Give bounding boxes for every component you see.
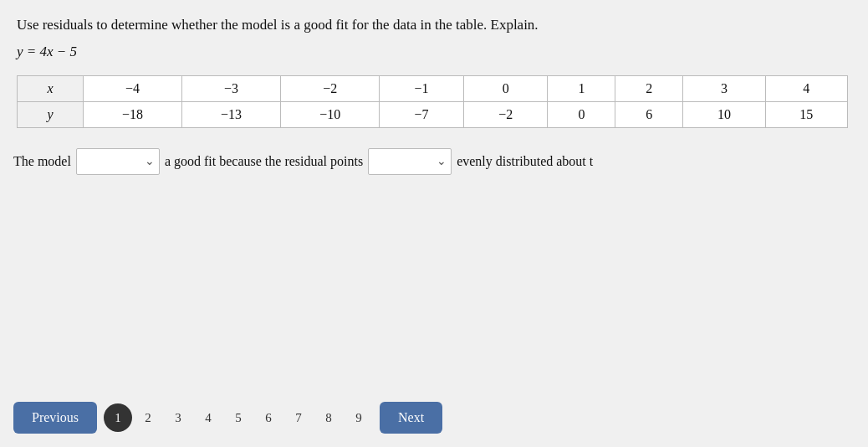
page-3[interactable]: 3 — [164, 403, 192, 432]
page-6[interactable]: 6 — [254, 403, 283, 432]
page-7[interactable]: 7 — [284, 403, 313, 432]
dropdown2-wrapper[interactable]: are are not — [368, 148, 452, 175]
y-val-7: 6 — [615, 101, 683, 127]
page-container: Use residuals to determine whether the m… — [0, 0, 868, 447]
data-table: x −4 −3 −2 −1 0 1 2 3 4 y −18 −13 −10 −7… — [17, 75, 848, 128]
question-instruction: Use residuals to determine whether the m… — [13, 15, 848, 35]
answer-middle: a good fit because the residual points — [165, 154, 363, 169]
y-val-4: −7 — [380, 101, 464, 127]
answer-suffix: evenly distributed about t — [457, 154, 593, 169]
x-val-3: −2 — [281, 75, 380, 101]
x-val-5: 0 — [463, 75, 548, 101]
y-val-1: −18 — [83, 101, 181, 127]
y-val-8: 10 — [683, 101, 765, 127]
answer-row: The model is is not a good fit because t… — [13, 148, 848, 175]
table-row-x: x −4 −3 −2 −1 0 1 2 3 4 — [18, 75, 848, 101]
x-val-7: 2 — [615, 75, 683, 101]
pagination: Previous 1 2 3 4 5 6 7 8 9 Next — [0, 402, 868, 434]
dropdown1-wrapper[interactable]: is is not — [76, 148, 160, 175]
y-label: y — [18, 101, 84, 127]
table-row-y: y −18 −13 −10 −7 −2 0 6 10 15 — [18, 101, 848, 127]
page-4[interactable]: 4 — [194, 403, 222, 432]
y-val-3: −10 — [281, 101, 380, 127]
page-8[interactable]: 8 — [314, 403, 343, 432]
answer-prefix: The model — [13, 154, 71, 169]
page-2[interactable]: 2 — [134, 403, 162, 432]
x-val-4: −1 — [380, 75, 464, 101]
y-val-2: −13 — [182, 101, 281, 127]
x-label: x — [18, 75, 84, 101]
x-val-2: −3 — [182, 75, 281, 101]
page-numbers-group: 1 2 3 4 5 6 7 8 9 — [104, 403, 373, 432]
y-val-6: 0 — [548, 101, 615, 127]
y-val-5: −2 — [463, 101, 548, 127]
model-fit-dropdown[interactable]: is is not — [76, 148, 160, 175]
previous-button[interactable]: Previous — [13, 402, 97, 434]
y-val-9: 15 — [765, 101, 847, 127]
equation: y = 4x − 5 — [13, 44, 848, 60]
x-val-1: −4 — [83, 75, 181, 101]
next-button[interactable]: Next — [380, 402, 442, 434]
page-5[interactable]: 5 — [224, 403, 253, 432]
x-val-9: 4 — [765, 75, 847, 101]
page-1[interactable]: 1 — [104, 403, 132, 432]
page-9[interactable]: 9 — [345, 403, 373, 432]
x-val-8: 3 — [683, 75, 765, 101]
x-val-6: 1 — [548, 75, 615, 101]
residual-points-dropdown[interactable]: are are not — [368, 148, 452, 175]
